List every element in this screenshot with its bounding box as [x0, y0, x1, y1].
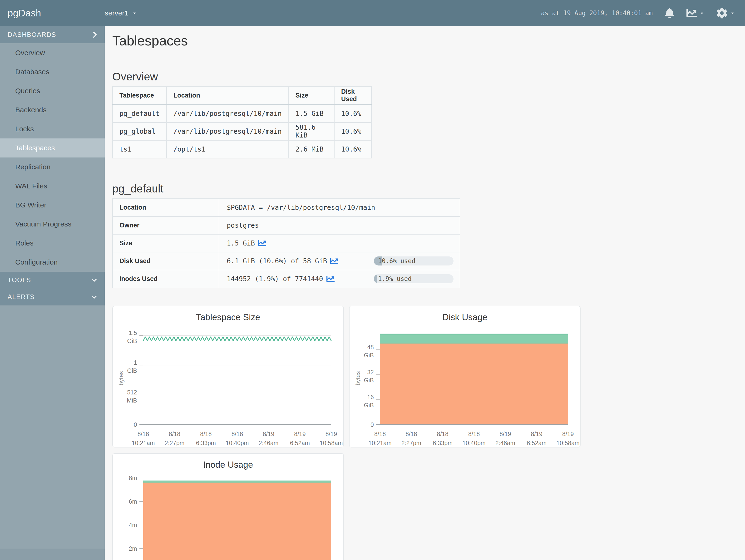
sidebar-item-replication[interactable]: Replication	[0, 158, 105, 176]
column-header: Size	[289, 87, 334, 105]
size-chart-link[interactable]	[258, 239, 266, 247]
topbar-actions: as at 19 Aug 2019, 10:40:01 am	[541, 8, 745, 19]
detail-row-location: Location $PGDATA = /var/lib/postgresql/1…	[112, 199, 460, 217]
chart-line-icon	[686, 8, 697, 18]
tablespace-size-chart-card: Tablespace Size 0512MiB1GiB1.5GiB8/1810:…	[112, 306, 344, 448]
sidebar-section-tools[interactable]: TOOLS	[0, 272, 105, 289]
cell-tablespace: ts1	[112, 140, 167, 158]
sidebar-item-configuration[interactable]: Configuration	[0, 253, 105, 272]
svg-text:GiB: GiB	[364, 377, 374, 384]
svg-text:bytes: bytes	[118, 371, 124, 385]
sidebar-item-queries[interactable]: Queries	[0, 81, 105, 100]
notifications-button[interactable]	[665, 8, 674, 18]
main-content: Tablespaces Overview Tablespace Location…	[105, 26, 745, 560]
table-header-row: Tablespace Location Size Disk Used	[112, 87, 371, 105]
inodes-used-value: 144952 (1.9%) of 7741440	[227, 275, 323, 283]
table-row: pg_global /var/lib/postgresql/10/main 58…	[112, 123, 371, 140]
size-value: 1.5 GiB	[227, 239, 255, 247]
sidebar-item-bg-writer[interactable]: BG Writer	[0, 196, 105, 215]
cell-size: 1.5 GiB	[289, 105, 334, 123]
row-value: 144952 (1.9%) of 7741440 1.9% used	[219, 270, 460, 288]
column-header: Disk Used	[334, 87, 371, 105]
analytics-menu-button[interactable]	[686, 8, 704, 18]
row-label: Owner	[112, 217, 219, 234]
row-label: Location	[112, 199, 219, 217]
server-selector-label: server1	[105, 9, 129, 17]
inodes-used-chart-link[interactable]	[326, 275, 334, 283]
svg-text:8/19: 8/19	[531, 431, 543, 437]
disk-used-chart-link[interactable]	[330, 257, 338, 265]
svg-text:8/18: 8/18	[406, 431, 417, 437]
disk-used-progress-bar: 10.6% used	[374, 257, 454, 265]
sidebar-item-vacuum-progress[interactable]: Vacuum Progress	[0, 215, 105, 234]
svg-text:8/18: 8/18	[137, 431, 149, 437]
cell-tablespace: pg_default	[112, 105, 167, 123]
chart-line-icon	[330, 257, 338, 265]
cell-disk-used: 10.6%	[334, 140, 371, 158]
column-header: Location	[167, 87, 289, 105]
svg-text:10:58am: 10:58am	[556, 440, 579, 446]
sidebar-items: Overview Databases Queries Backends Lock…	[0, 43, 105, 272]
progress-label: 10.6% used	[378, 257, 416, 265]
inode-usage-chart-card: Inode Usage 2m4m6m8m8/1810:21am8/182:27p…	[112, 453, 344, 560]
server-selector[interactable]: server1	[105, 9, 137, 17]
sidebar-section-dashboards[interactable]: DASHBOARDS	[0, 26, 105, 43]
chart-line-icon	[258, 239, 266, 247]
settings-menu-button[interactable]	[716, 8, 735, 19]
detail-row-size: Size 1.5 GiB	[112, 234, 460, 252]
svg-text:0: 0	[370, 421, 374, 428]
svg-text:6:33pm: 6:33pm	[196, 440, 216, 446]
sidebar-item-databases[interactable]: Databases	[0, 62, 105, 81]
row-value: postgres	[219, 217, 460, 234]
chart-title: Tablespace Size	[113, 312, 343, 324]
svg-text:2:27pm: 2:27pm	[401, 440, 421, 446]
sidebar-section-label: TOOLS	[8, 276, 31, 284]
svg-text:512: 512	[127, 389, 137, 396]
row-label: Disk Used	[112, 252, 219, 270]
cell-disk-used: 10.6%	[334, 105, 371, 123]
row-value: 6.1 GiB (10.6%) of 58 GiB 10.6% used	[219, 252, 460, 270]
svg-text:GiB: GiB	[364, 352, 374, 359]
chart-line-icon	[326, 275, 334, 283]
sidebar-section-label: ALERTS	[8, 293, 35, 301]
pg-default-heading: pg_default	[112, 182, 745, 195]
svg-text:0: 0	[134, 421, 137, 428]
svg-text:8/19: 8/19	[562, 431, 574, 437]
sidebar-section-alerts[interactable]: ALERTS	[0, 289, 105, 305]
caret-down-icon	[730, 11, 735, 15]
sidebar-item-backends[interactable]: Backends	[0, 100, 105, 120]
progress-fill	[374, 274, 377, 283]
row-label: Inodes Used	[112, 270, 219, 288]
pg-default-detail-table: Location $PGDATA = /var/lib/postgresql/1…	[112, 198, 460, 288]
sidebar-item-roles[interactable]: Roles	[0, 234, 105, 253]
snapshot-timestamp: as at 19 Aug 2019, 10:40:01 am	[541, 9, 653, 17]
column-header: Tablespace	[112, 87, 167, 105]
svg-text:8/18: 8/18	[169, 431, 181, 437]
svg-text:8/18: 8/18	[200, 431, 212, 437]
svg-text:10:21am: 10:21am	[368, 440, 391, 446]
svg-text:bytes: bytes	[355, 371, 361, 385]
sidebar-item-overview[interactable]: Overview	[0, 43, 105, 62]
sidebar-item-tablespaces[interactable]: Tablespaces	[0, 138, 105, 158]
svg-text:8/18: 8/18	[468, 431, 480, 437]
svg-text:48: 48	[367, 344, 374, 351]
app-logo[interactable]: pgDash	[0, 8, 105, 19]
detail-row-owner: Owner postgres	[112, 217, 460, 234]
svg-text:10:58am: 10:58am	[320, 440, 343, 446]
sidebar-item-wal-files[interactable]: WAL Files	[0, 176, 105, 196]
svg-text:8/19: 8/19	[499, 431, 511, 437]
svg-text:6m: 6m	[129, 498, 137, 505]
disk-used-value: 6.1 GiB (10.6%) of 58 GiB	[227, 257, 327, 265]
chevron-down-icon	[90, 277, 98, 283]
table-row: pg_default /var/lib/postgresql/10/main 1…	[112, 105, 371, 123]
svg-text:8/18: 8/18	[231, 431, 243, 437]
svg-text:GiB: GiB	[364, 402, 374, 408]
svg-text:32: 32	[367, 369, 374, 375]
svg-text:10:40pm: 10:40pm	[462, 440, 485, 446]
row-value: $PGDATA = /var/lib/postgresql/10/main	[219, 199, 460, 217]
svg-text:16: 16	[367, 394, 374, 400]
sidebar-item-locks[interactable]: Locks	[0, 120, 105, 138]
svg-text:8/19: 8/19	[325, 431, 337, 437]
svg-text:GiB: GiB	[127, 367, 137, 374]
sidebar-footer	[0, 549, 105, 560]
